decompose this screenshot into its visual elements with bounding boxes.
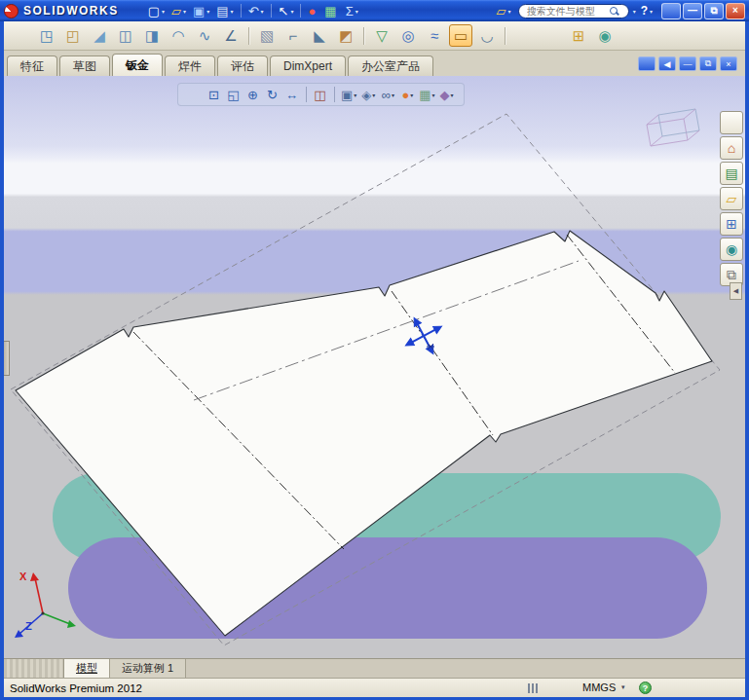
new-document-button[interactable]: ▢ ▾: [145, 2, 168, 20]
base-flange-button[interactable]: ◳: [35, 24, 58, 47]
file-explorer-tab[interactable]: ▱: [720, 187, 743, 210]
titlebar-folder-button[interactable]: [485, 2, 493, 20]
origin-triad[interactable]: X Z: [15, 571, 76, 638]
display-style-button[interactable]: ◈ ▾: [359, 86, 377, 103]
save-button[interactable]: ▣ ▾: [190, 2, 212, 20]
jog-button[interactable]: ∿: [193, 24, 216, 47]
apply-scene-button[interactable]: ▦ ▾: [418, 86, 435, 103]
forming-tool-button[interactable]: ◩: [334, 24, 357, 47]
rotate-view-button[interactable]: ↻: [264, 86, 281, 103]
tab-office-products[interactable]: 办公室产品: [348, 55, 433, 76]
restore-window-button[interactable]: ⧉: [704, 3, 724, 19]
miter-flange-button[interactable]: ◨: [140, 24, 164, 47]
dropdown-arrow-icon[interactable]: ▾: [354, 92, 356, 98]
zoom-fit-button[interactable]: ⊡: [206, 86, 223, 103]
view-palette-tab[interactable]: ⊞: [720, 212, 743, 236]
select-button[interactable]: ↖ ▾: [276, 2, 297, 20]
closed-corner-button[interactable]: ⌐: [281, 24, 305, 47]
photoview-button[interactable]: ⊞: [567, 24, 590, 47]
hide-show-items-button[interactable]: ∞ ▾: [379, 86, 396, 103]
toolbar-button[interactable]: [9, 24, 32, 47]
search-dropdown-icon[interactable]: ▾: [633, 8, 636, 15]
tab-sketch[interactable]: 草图: [59, 55, 110, 76]
dropdown-arrow-icon[interactable]: ▾: [432, 92, 435, 98]
model-canvas[interactable]: X Z: [4, 76, 745, 658]
open-document-button[interactable]: ▱ ▾: [169, 2, 189, 20]
tab-evaluate[interactable]: 评估: [217, 55, 268, 76]
document-window-button[interactable]: [638, 56, 655, 71]
graphics-area[interactable]: X Z ⊡ ◱ ⊕: [4, 76, 745, 658]
units-dropdown-icon[interactable]: ▾: [621, 683, 625, 691]
title-bar[interactable]: SOLIDWORKS ▢ ▾ ▱ ▾ ▣ ▾ ▤ ▾ ↶ ▾ ↖: [0, 0, 749, 21]
tab-features[interactable]: 特征: [7, 55, 57, 76]
view-orientation-button[interactable]: ▣ ▾: [340, 86, 357, 103]
pan-button[interactable]: ↔: [283, 86, 301, 103]
open-folder-button[interactable]: ▱ ▾: [494, 2, 514, 20]
expand-featuremanager-button[interactable]: ◀: [658, 56, 676, 71]
dropdown-arrow-icon[interactable]: ▾: [290, 8, 293, 15]
search-box[interactable]: [518, 4, 629, 18]
zoom-in-out-button[interactable]: ⊕: [244, 86, 262, 103]
vent-button[interactable]: ≈: [423, 24, 446, 47]
dropdown-arrow-icon[interactable]: ▾: [650, 8, 653, 15]
dropdown-arrow-icon[interactable]: ▾: [261, 8, 264, 15]
convert-to-sheet-metal-button[interactable]: ◰: [61, 24, 85, 47]
close-window-button[interactable]: ×: [726, 3, 745, 19]
minimize-window-button[interactable]: —: [683, 3, 702, 19]
print-button[interactable]: ▤ ▾: [213, 2, 236, 20]
tab-model[interactable]: 模型: [64, 659, 110, 678]
dropdown-arrow-icon[interactable]: ▾: [508, 8, 511, 15]
minimize-document-button[interactable]: —: [679, 56, 696, 71]
simple-hole-button[interactable]: ◎: [396, 24, 420, 47]
zoom-area-button[interactable]: ◱: [225, 86, 243, 103]
cross-break-button[interactable]: ▧: [255, 24, 279, 47]
measure-button[interactable]: ▦: [321, 2, 341, 20]
sketched-bend-button[interactable]: ∠: [219, 24, 243, 47]
task-pane-button[interactable]: [720, 111, 743, 134]
view-settings-button[interactable]: ◆ ▾: [438, 86, 456, 103]
dropdown-arrow-icon[interactable]: ▾: [392, 92, 394, 98]
no-bends-button[interactable]: ◡: [475, 24, 499, 47]
titlebar-tool-button[interactable]: [136, 2, 144, 20]
quick-tips-help-icon[interactable]: ?: [639, 682, 652, 694]
dropdown-arrow-icon[interactable]: ▾: [231, 8, 234, 15]
restore-document-button[interactable]: ⧉: [699, 56, 717, 71]
hem-button[interactable]: ◠: [167, 24, 190, 47]
undo-button[interactable]: ↶ ▾: [245, 2, 267, 20]
flatten-button[interactable]: ▭: [449, 24, 472, 47]
equations-button[interactable]: Σ ▾: [343, 2, 361, 20]
help-button[interactable]: ? ▾: [638, 4, 655, 18]
edit-appearance-button[interactable]: ● ▾: [398, 86, 416, 103]
view-tool-button[interactable]: [186, 86, 204, 103]
tab-motion-study[interactable]: 运动算例 1: [110, 659, 186, 678]
search-icon[interactable]: [609, 6, 619, 17]
dropdown-arrow-icon[interactable]: ▾: [206, 8, 209, 15]
section-view-button[interactable]: ◫: [312, 86, 329, 103]
tab-splitter[interactable]: [4, 659, 64, 678]
dropdown-arrow-icon[interactable]: ▾: [372, 92, 375, 98]
lofted-bend-button[interactable]: ◢: [88, 24, 111, 47]
dropdown-arrow-icon[interactable]: ▾: [162, 8, 165, 15]
edge-flange-button[interactable]: ◫: [114, 24, 137, 47]
dropdown-arrow-icon[interactable]: ▾: [410, 92, 413, 98]
tab-dimxpert[interactable]: DimXpert: [270, 55, 346, 76]
appearances-scenes-tab[interactable]: ◉: [720, 238, 743, 261]
dropdown-arrow-icon[interactable]: ▾: [183, 8, 186, 15]
welded-corner-button[interactable]: ◣: [308, 24, 331, 47]
close-document-button[interactable]: ×: [720, 56, 737, 71]
units-selector[interactable]: MMGS: [582, 682, 616, 693]
appearances-button[interactable]: ◉: [593, 24, 617, 47]
solidworks-resources-tab[interactable]: ⌂: [720, 136, 743, 160]
dropdown-arrow-icon[interactable]: ▾: [451, 92, 454, 98]
tab-sheet-metal[interactable]: 钣金: [112, 54, 163, 76]
search-input[interactable]: [527, 6, 609, 17]
featuremanager-splitter[interactable]: [4, 341, 10, 376]
window-button[interactable]: [661, 3, 681, 19]
tab-weldments[interactable]: 焊件: [165, 55, 215, 76]
taskpane-collapse-arrow[interactable]: ◀: [730, 282, 742, 300]
xpert-button[interactable]: ●: [305, 2, 320, 20]
design-library-tab[interactable]: ▤: [720, 162, 743, 185]
extruded-cut-button[interactable]: ▽: [370, 24, 393, 47]
flat-pattern-part[interactable]: [16, 231, 712, 636]
dropdown-arrow-icon[interactable]: ▾: [356, 8, 358, 15]
